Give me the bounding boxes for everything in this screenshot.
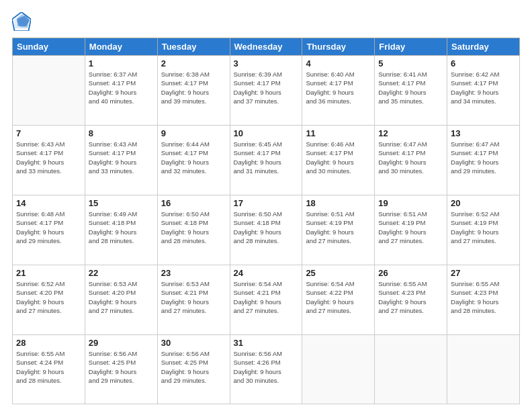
page: SundayMondayTuesdayWednesdayThursdayFrid… <box>0 0 532 411</box>
calendar-cell: 21Sunrise: 6:52 AMSunset: 4:20 PMDayligh… <box>13 265 85 335</box>
weekday-header-saturday: Saturday <box>447 38 520 56</box>
day-number: 27 <box>451 268 516 278</box>
day-info: Sunrise: 6:56 AMSunset: 4:25 PMDaylight:… <box>161 349 226 385</box>
day-number: 26 <box>378 268 443 278</box>
day-number: 18 <box>306 198 371 208</box>
day-number: 12 <box>378 128 443 138</box>
day-number: 24 <box>234 268 299 278</box>
day-info: Sunrise: 6:50 AMSunset: 4:18 PMDaylight:… <box>161 210 226 245</box>
calendar-cell <box>375 335 447 404</box>
week-row-2: 7Sunrise: 6:43 AMSunset: 4:17 PMDaylight… <box>13 126 520 195</box>
day-info: Sunrise: 6:51 AMSunset: 4:19 PMDaylight:… <box>306 210 371 245</box>
calendar-cell: 10Sunrise: 6:45 AMSunset: 4:17 PMDayligh… <box>230 126 302 195</box>
calendar-cell: 19Sunrise: 6:51 AMSunset: 4:19 PMDayligh… <box>375 195 447 265</box>
day-number: 3 <box>234 58 299 68</box>
day-number: 10 <box>234 128 299 138</box>
calendar-cell: 15Sunrise: 6:49 AMSunset: 4:18 PMDayligh… <box>85 195 157 265</box>
day-number: 9 <box>161 128 226 138</box>
day-number: 17 <box>234 198 299 208</box>
day-info: Sunrise: 6:47 AMSunset: 4:17 PMDaylight:… <box>378 140 443 175</box>
day-info: Sunrise: 6:43 AMSunset: 4:17 PMDaylight:… <box>16 140 81 175</box>
week-row-4: 21Sunrise: 6:52 AMSunset: 4:20 PMDayligh… <box>13 265 520 335</box>
calendar-cell: 27Sunrise: 6:55 AMSunset: 4:23 PMDayligh… <box>447 265 520 335</box>
day-number: 20 <box>451 198 516 208</box>
day-info: Sunrise: 6:42 AMSunset: 4:17 PMDaylight:… <box>451 70 516 105</box>
header <box>12 12 520 31</box>
day-info: Sunrise: 6:49 AMSunset: 4:18 PMDaylight:… <box>89 210 154 245</box>
day-info: Sunrise: 6:56 AMSunset: 4:26 PMDaylight:… <box>234 349 299 385</box>
calendar-cell: 6Sunrise: 6:42 AMSunset: 4:17 PMDaylight… <box>447 56 520 126</box>
weekday-header-sunday: Sunday <box>13 38 85 56</box>
day-number: 30 <box>161 338 226 348</box>
day-info: Sunrise: 6:38 AMSunset: 4:17 PMDaylight:… <box>161 70 226 105</box>
calendar-cell: 11Sunrise: 6:46 AMSunset: 4:17 PMDayligh… <box>302 126 375 195</box>
calendar-cell: 13Sunrise: 6:47 AMSunset: 4:17 PMDayligh… <box>447 126 520 195</box>
day-info: Sunrise: 6:50 AMSunset: 4:18 PMDaylight:… <box>234 210 299 245</box>
day-number: 29 <box>89 338 154 348</box>
calendar-cell: 31Sunrise: 6:56 AMSunset: 4:26 PMDayligh… <box>230 335 302 404</box>
day-number: 6 <box>451 58 516 68</box>
day-info: Sunrise: 6:44 AMSunset: 4:17 PMDaylight:… <box>161 140 226 175</box>
day-info: Sunrise: 6:56 AMSunset: 4:25 PMDaylight:… <box>89 349 154 385</box>
day-info: Sunrise: 6:40 AMSunset: 4:17 PMDaylight:… <box>306 70 371 105</box>
day-info: Sunrise: 6:55 AMSunset: 4:23 PMDaylight:… <box>378 279 443 315</box>
calendar-cell: 24Sunrise: 6:54 AMSunset: 4:21 PMDayligh… <box>230 265 302 335</box>
day-number: 28 <box>16 338 81 348</box>
day-info: Sunrise: 6:54 AMSunset: 4:22 PMDaylight:… <box>306 279 371 315</box>
day-info: Sunrise: 6:53 AMSunset: 4:21 PMDaylight:… <box>161 279 226 315</box>
day-number: 14 <box>16 198 81 208</box>
day-info: Sunrise: 6:51 AMSunset: 4:19 PMDaylight:… <box>378 210 443 245</box>
day-number: 23 <box>161 268 226 278</box>
day-info: Sunrise: 6:52 AMSunset: 4:20 PMDaylight:… <box>16 279 81 315</box>
calendar-cell: 12Sunrise: 6:47 AMSunset: 4:17 PMDayligh… <box>375 126 447 195</box>
day-number: 22 <box>89 268 154 278</box>
weekday-header-row: SundayMondayTuesdayWednesdayThursdayFrid… <box>13 38 520 56</box>
calendar-cell: 5Sunrise: 6:41 AMSunset: 4:17 PMDaylight… <box>375 56 447 126</box>
calendar-cell: 14Sunrise: 6:48 AMSunset: 4:17 PMDayligh… <box>13 195 85 265</box>
calendar-cell: 3Sunrise: 6:39 AMSunset: 4:17 PMDaylight… <box>230 56 302 126</box>
day-info: Sunrise: 6:48 AMSunset: 4:17 PMDaylight:… <box>16 210 81 245</box>
calendar-cell <box>447 335 520 404</box>
calendar-cell <box>13 56 85 126</box>
day-number: 1 <box>89 58 154 68</box>
weekday-header-tuesday: Tuesday <box>157 38 230 56</box>
day-number: 31 <box>234 338 299 348</box>
calendar-cell: 28Sunrise: 6:55 AMSunset: 4:24 PMDayligh… <box>13 335 85 404</box>
calendar-cell: 29Sunrise: 6:56 AMSunset: 4:25 PMDayligh… <box>85 335 157 404</box>
day-number: 13 <box>451 128 516 138</box>
day-number: 25 <box>306 268 371 278</box>
day-number: 7 <box>16 128 81 138</box>
calendar-cell: 16Sunrise: 6:50 AMSunset: 4:18 PMDayligh… <box>157 195 230 265</box>
calendar-cell: 23Sunrise: 6:53 AMSunset: 4:21 PMDayligh… <box>157 265 230 335</box>
day-info: Sunrise: 6:53 AMSunset: 4:20 PMDaylight:… <box>89 279 154 315</box>
calendar-cell: 22Sunrise: 6:53 AMSunset: 4:20 PMDayligh… <box>85 265 157 335</box>
calendar-table: SundayMondayTuesdayWednesdayThursdayFrid… <box>12 38 520 404</box>
weekday-header-friday: Friday <box>375 38 447 56</box>
day-number: 8 <box>89 128 154 138</box>
day-info: Sunrise: 6:45 AMSunset: 4:17 PMDaylight:… <box>234 140 299 175</box>
week-row-3: 14Sunrise: 6:48 AMSunset: 4:17 PMDayligh… <box>13 195 520 265</box>
day-info: Sunrise: 6:41 AMSunset: 4:17 PMDaylight:… <box>378 70 443 105</box>
day-number: 15 <box>89 198 154 208</box>
day-number: 5 <box>378 58 443 68</box>
day-info: Sunrise: 6:55 AMSunset: 4:23 PMDaylight:… <box>451 279 516 315</box>
day-number: 19 <box>378 198 443 208</box>
day-number: 11 <box>306 128 371 138</box>
day-info: Sunrise: 6:39 AMSunset: 4:17 PMDaylight:… <box>234 70 299 105</box>
week-row-1: 1Sunrise: 6:37 AMSunset: 4:17 PMDaylight… <box>13 56 520 126</box>
calendar-cell: 30Sunrise: 6:56 AMSunset: 4:25 PMDayligh… <box>157 335 230 404</box>
day-number: 21 <box>16 268 81 278</box>
calendar-cell <box>302 335 375 404</box>
day-info: Sunrise: 6:52 AMSunset: 4:19 PMDaylight:… <box>451 210 516 245</box>
calendar-cell: 2Sunrise: 6:38 AMSunset: 4:17 PMDaylight… <box>157 56 230 126</box>
weekday-header-thursday: Thursday <box>302 38 375 56</box>
logo <box>12 12 34 31</box>
calendar-cell: 20Sunrise: 6:52 AMSunset: 4:19 PMDayligh… <box>447 195 520 265</box>
calendar-cell: 25Sunrise: 6:54 AMSunset: 4:22 PMDayligh… <box>302 265 375 335</box>
day-info: Sunrise: 6:43 AMSunset: 4:17 PMDaylight:… <box>89 140 154 175</box>
day-info: Sunrise: 6:55 AMSunset: 4:24 PMDaylight:… <box>16 349 81 385</box>
day-info: Sunrise: 6:46 AMSunset: 4:17 PMDaylight:… <box>306 140 371 175</box>
day-number: 16 <box>161 198 226 208</box>
day-info: Sunrise: 6:37 AMSunset: 4:17 PMDaylight:… <box>89 70 154 105</box>
day-info: Sunrise: 6:54 AMSunset: 4:21 PMDaylight:… <box>234 279 299 315</box>
